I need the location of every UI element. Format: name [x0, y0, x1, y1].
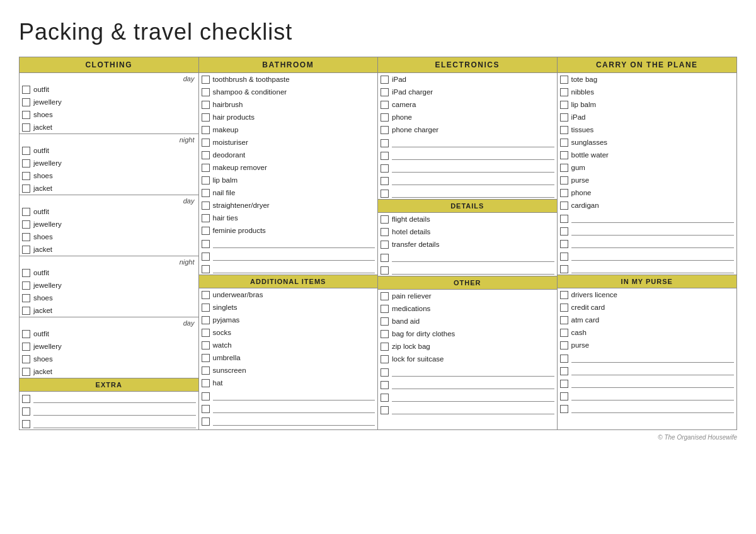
checkbox[interactable]: [22, 159, 30, 168]
checkbox[interactable]: [22, 420, 30, 428]
checkbox[interactable]: [381, 381, 389, 389]
checkbox[interactable]: [202, 88, 210, 96]
checkbox[interactable]: [202, 113, 210, 122]
checkbox[interactable]: [202, 418, 210, 426]
checkbox[interactable]: [202, 151, 210, 159]
checkbox[interactable]: [381, 152, 389, 160]
checkbox[interactable]: [202, 139, 210, 147]
checkbox[interactable]: [202, 76, 210, 84]
checkbox[interactable]: [560, 151, 568, 159]
checkbox[interactable]: [202, 341, 210, 349]
checkbox[interactable]: [202, 227, 210, 235]
checkbox[interactable]: [381, 254, 389, 262]
checkbox[interactable]: [202, 291, 210, 299]
checkbox[interactable]: [560, 316, 568, 324]
checkbox[interactable]: [560, 355, 568, 363]
checkbox[interactable]: [560, 76, 568, 84]
checkbox[interactable]: [381, 292, 389, 300]
checkbox[interactable]: [381, 101, 389, 109]
checkbox[interactable]: [22, 246, 30, 254]
checkbox[interactable]: [560, 265, 568, 273]
checkbox[interactable]: [560, 392, 568, 401]
checkbox[interactable]: [560, 341, 568, 349]
checkbox[interactable]: [560, 405, 568, 413]
checkbox[interactable]: [22, 343, 30, 351]
checkbox[interactable]: [202, 304, 210, 312]
checkbox[interactable]: [22, 294, 30, 302]
checkbox[interactable]: [202, 405, 210, 413]
checkbox[interactable]: [381, 266, 389, 275]
checkbox[interactable]: [381, 215, 389, 224]
checkbox[interactable]: [202, 164, 210, 172]
checkbox[interactable]: [381, 343, 389, 351]
checkbox[interactable]: [560, 304, 568, 312]
checkbox[interactable]: [22, 281, 30, 290]
checkbox[interactable]: [202, 366, 210, 375]
checkbox[interactable]: [202, 101, 210, 109]
checkbox[interactable]: [381, 76, 389, 84]
checkbox[interactable]: [381, 330, 389, 338]
checkbox[interactable]: [560, 139, 568, 147]
checkbox[interactable]: [202, 202, 210, 210]
checkbox[interactable]: [560, 367, 568, 375]
checkbox[interactable]: [560, 253, 568, 261]
checkbox[interactable]: [22, 208, 30, 216]
checkbox[interactable]: [22, 407, 30, 416]
checkbox[interactable]: [22, 269, 30, 277]
checkbox[interactable]: [381, 394, 389, 402]
checkbox[interactable]: [381, 368, 389, 377]
checkbox[interactable]: [560, 101, 568, 109]
checkbox[interactable]: [22, 355, 30, 363]
checkbox[interactable]: [22, 98, 30, 106]
checkbox[interactable]: [381, 355, 389, 363]
checkbox[interactable]: [381, 406, 389, 414]
checkbox[interactable]: [22, 307, 30, 315]
checkbox[interactable]: [202, 379, 210, 387]
checkbox[interactable]: [560, 202, 568, 210]
checkbox[interactable]: [381, 139, 389, 147]
checkbox[interactable]: [560, 113, 568, 122]
checkbox[interactable]: [202, 265, 210, 273]
checkbox[interactable]: [202, 176, 210, 185]
checkbox[interactable]: [22, 111, 30, 119]
checkbox[interactable]: [22, 395, 30, 403]
checkbox[interactable]: [381, 317, 389, 326]
checkbox[interactable]: [22, 86, 30, 94]
checkbox[interactable]: [202, 240, 210, 248]
checkbox[interactable]: [381, 88, 389, 96]
checkbox[interactable]: [560, 164, 568, 172]
checkbox[interactable]: [22, 123, 30, 132]
checkbox[interactable]: [560, 189, 568, 197]
checkbox[interactable]: [381, 126, 389, 134]
checkbox[interactable]: [202, 354, 210, 362]
checkbox[interactable]: [381, 305, 389, 313]
checkbox[interactable]: [381, 241, 389, 249]
checkbox[interactable]: [560, 380, 568, 388]
checkbox[interactable]: [22, 172, 30, 180]
checkbox[interactable]: [202, 126, 210, 134]
checkbox[interactable]: [560, 240, 568, 248]
checkbox[interactable]: [381, 113, 389, 122]
checkbox[interactable]: [560, 291, 568, 299]
checkbox[interactable]: [202, 392, 210, 401]
checkbox[interactable]: [22, 233, 30, 241]
checkbox[interactable]: [560, 227, 568, 236]
checkbox[interactable]: [560, 176, 568, 185]
checkbox[interactable]: [381, 228, 389, 236]
checkbox[interactable]: [202, 214, 210, 222]
checkbox[interactable]: [202, 329, 210, 337]
checkbox[interactable]: [22, 147, 30, 155]
checkbox[interactable]: [381, 177, 389, 185]
checkbox[interactable]: [22, 185, 30, 193]
checkbox[interactable]: [202, 316, 210, 324]
checkbox[interactable]: [22, 220, 30, 229]
checkbox[interactable]: [560, 126, 568, 134]
checkbox[interactable]: [381, 164, 389, 173]
checkbox[interactable]: [22, 368, 30, 376]
checkbox[interactable]: [560, 329, 568, 337]
checkbox[interactable]: [560, 215, 568, 223]
checkbox[interactable]: [22, 330, 30, 338]
checkbox[interactable]: [560, 88, 568, 96]
checkbox[interactable]: [381, 190, 389, 198]
checkbox[interactable]: [202, 253, 210, 261]
